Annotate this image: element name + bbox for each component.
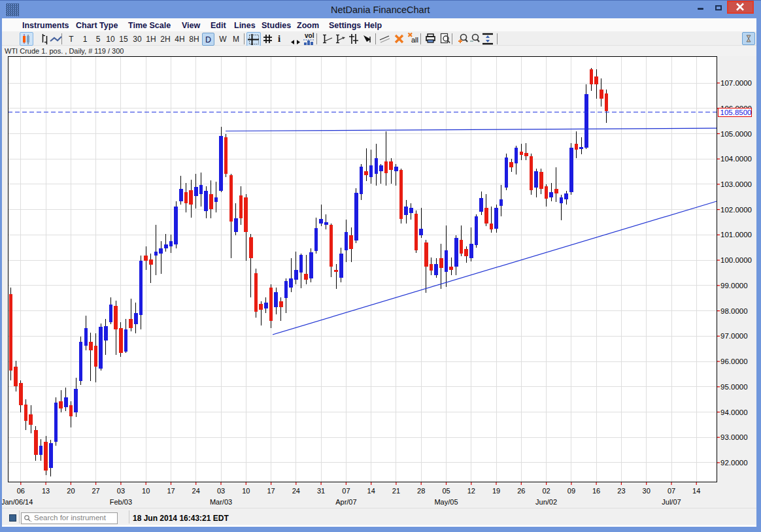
svg-text:13: 13 [42,487,50,495]
svg-text:105.0000: 105.0000 [720,130,752,138]
svg-text:31: 31 [317,487,325,495]
svg-text:17: 17 [267,487,275,495]
svg-text:24: 24 [192,487,200,495]
svg-text:97.0000: 97.0000 [720,332,748,340]
svg-text:107.0000: 107.0000 [720,79,752,87]
svg-text:95.0000: 95.0000 [720,383,748,391]
svg-text:28: 28 [417,487,425,495]
svg-text:Feb/03: Feb/03 [110,498,132,506]
svg-text:17: 17 [167,487,175,495]
svg-text:102.0000: 102.0000 [720,206,752,214]
svg-text:10: 10 [242,487,250,495]
svg-text:Apr/07: Apr/07 [335,498,356,506]
svg-text:104.0000: 104.0000 [720,155,752,163]
svg-text:03: 03 [117,487,125,495]
svg-text:100.0000: 100.0000 [720,256,752,264]
svg-text:24: 24 [292,487,300,495]
svg-text:14: 14 [692,487,700,495]
svg-text:16: 16 [592,487,600,495]
svg-text:30: 30 [643,487,651,495]
svg-text:26: 26 [517,487,525,495]
svg-text:103.0000: 103.0000 [720,180,752,188]
svg-text:14: 14 [367,487,375,495]
svg-text:98.0000: 98.0000 [720,307,748,315]
svg-text:Jan/06/14: Jan/06/14 [1,498,33,506]
svg-text:May/05: May/05 [434,498,458,506]
svg-text:94.0000: 94.0000 [720,408,748,416]
svg-text:06: 06 [17,487,25,495]
svg-text:Jul/07: Jul/07 [662,498,681,506]
svg-text:92.0000: 92.0000 [720,459,748,467]
svg-text:Mar/03: Mar/03 [210,498,232,506]
svg-text:19: 19 [492,487,500,495]
svg-text:09: 09 [567,487,575,495]
svg-text:93.0000: 93.0000 [720,433,748,441]
svg-text:105.8500: 105.8500 [720,108,752,116]
svg-text:05: 05 [442,487,450,495]
svg-text:10: 10 [142,487,150,495]
svg-text:99.0000: 99.0000 [720,282,748,290]
svg-text:07: 07 [342,487,350,495]
svg-text:21: 21 [392,487,400,495]
svg-text:23: 23 [617,487,625,495]
svg-text:101.0000: 101.0000 [720,231,752,239]
svg-text:96.0000: 96.0000 [720,357,748,365]
svg-text:02: 02 [542,487,550,495]
svg-text:27: 27 [92,487,99,495]
svg-text:Jun/02: Jun/02 [535,498,557,506]
svg-text:07: 07 [668,487,675,495]
svg-text:12: 12 [467,487,475,495]
svg-text:03: 03 [217,487,225,495]
svg-text:20: 20 [67,487,75,495]
